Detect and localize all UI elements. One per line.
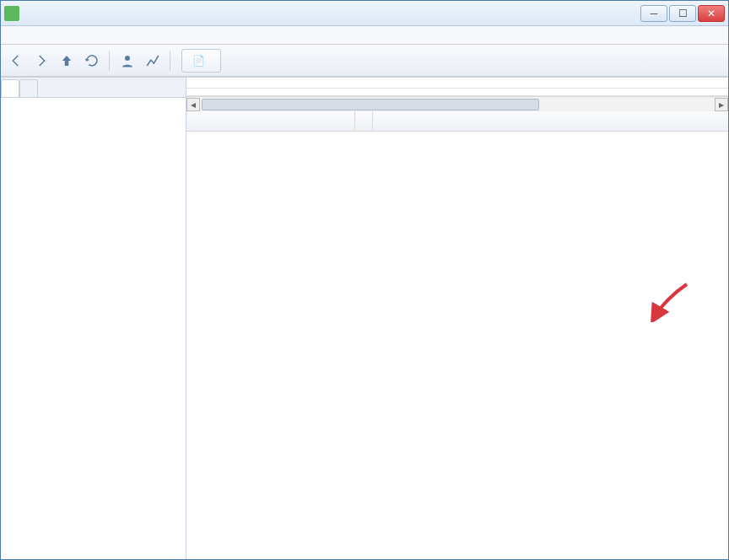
right-panel: ◂ ▸ (186, 78, 728, 559)
graph-button[interactable] (141, 49, 165, 73)
menu-favorites[interactable] (46, 34, 57, 37)
scroll-left-icon[interactable]: ◂ (186, 98, 200, 111)
col-field[interactable] (186, 111, 355, 131)
device-list (186, 89, 728, 96)
toolbar: 📄 (1, 45, 728, 77)
menu-report[interactable] (33, 34, 43, 37)
menu-view[interactable] (19, 34, 30, 37)
maximize-button[interactable]: ☐ (669, 5, 696, 22)
body: ◂ ▸ (1, 77, 728, 559)
scroll-right-icon[interactable]: ▸ (715, 98, 728, 111)
menu-file[interactable] (6, 34, 16, 37)
nav-tree[interactable] (1, 98, 186, 559)
left-tabs (1, 78, 186, 98)
back-button[interactable] (4, 49, 28, 73)
user-button[interactable] (116, 49, 139, 73)
col-value[interactable] (355, 111, 373, 131)
refresh-button[interactable] (80, 49, 104, 73)
left-panel (1, 78, 186, 559)
device-description-header (186, 78, 728, 89)
report-icon: 📄 (192, 55, 205, 67)
report-button[interactable]: 📄 (181, 49, 221, 73)
app-icon (4, 6, 19, 21)
tab-menu[interactable] (1, 79, 19, 97)
property-grid[interactable] (186, 132, 728, 559)
menubar (1, 26, 728, 45)
h-scrollbar[interactable]: ◂ ▸ (186, 96, 728, 111)
close-button[interactable]: ✕ (698, 5, 725, 22)
menu-help[interactable] (73, 34, 84, 37)
separator (170, 51, 171, 71)
titlebar[interactable]: ─ ☐ ✕ (1, 1, 728, 26)
minimize-button[interactable]: ─ (640, 5, 667, 22)
scroll-thumb[interactable] (202, 99, 539, 110)
column-headers (186, 111, 728, 132)
app-window: ─ ☐ ✕ 📄 (0, 0, 729, 560)
separator (109, 51, 111, 71)
up-button[interactable] (55, 49, 78, 73)
forward-button[interactable] (30, 49, 53, 73)
svg-point-0 (125, 56, 130, 61)
tab-favorites[interactable] (19, 79, 38, 97)
menu-service[interactable] (60, 34, 70, 37)
